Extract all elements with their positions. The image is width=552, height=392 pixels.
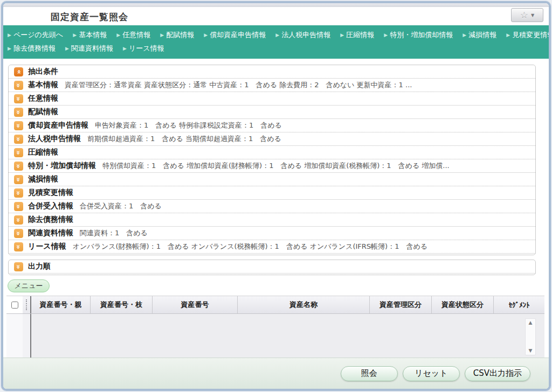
- nav-arrow-icon: ▶: [340, 32, 344, 38]
- section-lease-info[interactable]: » リース情報 オンバランス(財務帳簿)：1 含める オンバランス(税務帳簿)：…: [9, 240, 535, 254]
- nav-link-depreciable-asset-declaration[interactable]: ▶償却資産申告情報: [204, 28, 266, 41]
- section-label: 償却資産申告情報: [28, 121, 88, 130]
- scroll-up-icon[interactable]: ▲: [529, 320, 533, 325]
- scroll-down-icon[interactable]: ▼: [529, 348, 533, 353]
- section-label: 法人税申告情報: [28, 134, 81, 144]
- column-header-asset-status-class[interactable]: 資産状態区分: [432, 296, 494, 313]
- nav-link-label: リース情報: [129, 44, 164, 52]
- nav-link-lease-info[interactable]: ▶リース情報: [123, 41, 164, 55]
- nav-arrow-icon: ▶: [123, 46, 127, 51]
- section-estimate-change-info[interactable]: » 見積変更情報: [9, 186, 535, 200]
- nav-link-asset-retirement-obligation[interactable]: ▶除去債務情報: [8, 41, 56, 55]
- section-asset-retirement-obligation[interactable]: » 除去債務情報: [9, 213, 535, 227]
- section-impairment-info[interactable]: » 減損情報: [9, 173, 535, 186]
- nav-link-estimate-change-info[interactable]: ▶見積変更情報: [506, 28, 551, 41]
- section-corporate-tax-declaration[interactable]: » 法人税申告情報 前期償却超過資産：1 含める 当期償却超過資産：1 含める: [9, 132, 535, 146]
- nav-link-optional-info[interactable]: ▶任意情報: [116, 28, 150, 41]
- section-output-order[interactable]: » 出力順: [9, 260, 535, 274]
- chevron-down-icon: »: [14, 175, 23, 184]
- column-header-asset-mgmt-class[interactable]: 資産管理区分: [370, 296, 432, 313]
- section-label: 見積変更情報: [28, 188, 73, 198]
- column-header-asset-no-parent[interactable]: 資産番号・親: [31, 296, 91, 313]
- star-icon: ☆: [520, 11, 528, 20]
- chevron-down-icon: »: [14, 262, 23, 271]
- section-label: 抽出条件: [28, 67, 58, 76]
- nav-link-related-documents[interactable]: ▶関連資料情報: [65, 41, 113, 55]
- chevron-down-icon: »: [14, 121, 23, 130]
- window-frame-top: [3, 3, 549, 7]
- nav-link-compression-info[interactable]: ▶圧縮情報: [340, 28, 374, 41]
- section-related-documents[interactable]: » 関連資料情報 関連資料：1 含める: [9, 227, 535, 240]
- nav-link-label: 除去債務情報: [13, 44, 56, 52]
- section-label: 合併受入情報: [28, 201, 73, 211]
- section-compression-info[interactable]: » 圧縮情報: [9, 146, 535, 159]
- section-detail: 合併受入資産：1 含める: [80, 201, 162, 211]
- nav-arrow-icon: ▶: [8, 32, 11, 38]
- column-header-asset-name[interactable]: 資産名称: [238, 296, 370, 313]
- title-bar: 固定資産一覧照会 ☆ ▼: [3, 7, 549, 25]
- grid-frozen-divider: [23, 314, 31, 358]
- section-depreciable-asset-declaration[interactable]: » 償却資産申告情報 申告対象資産：1 含める 特例非課税設定資産：1 含める: [9, 119, 535, 132]
- chevron-down-icon: »: [14, 162, 23, 171]
- chevron-down-icon: »: [14, 242, 23, 251]
- output-order-panel: » 出力順: [8, 260, 536, 275]
- section-optional-info[interactable]: » 任意情報: [9, 92, 535, 106]
- vertical-scrollbar[interactable]: ▲ ▼: [525, 318, 536, 355]
- section-basic-info[interactable]: » 基本情報 資産管理区分：通常資産 資産状態区分：通常 中古資産：1 含める …: [9, 79, 535, 92]
- column-header-segment[interactable]: ｾｸﾞﾒﾝﾄ: [494, 296, 544, 313]
- page-title: 固定資産一覧照会: [51, 11, 128, 23]
- nav-arrow-icon: ▶: [160, 32, 164, 38]
- section-extract-conditions[interactable]: » 抽出条件: [9, 65, 535, 79]
- csv-output-button[interactable]: CSV出力指示: [465, 366, 530, 381]
- nav-link-page-top[interactable]: ▶ページの先頭へ: [8, 28, 63, 41]
- section-label: リース情報: [28, 242, 66, 251]
- column-header-asset-no-branch[interactable]: 資産番号・枝: [91, 296, 153, 313]
- nav-link-label: 圧縮情報: [346, 31, 374, 39]
- nav-link-corporate-tax-declaration[interactable]: ▶法人税申告情報: [275, 28, 330, 41]
- nav-arrow-icon: ▶: [506, 32, 510, 38]
- filter-conditions-panel: » 抽出条件 » 基本情報 資産管理区分：通常資産 資産状態区分：通常 中古資産…: [8, 65, 536, 255]
- chevron-down-icon: »: [14, 188, 23, 198]
- section-label: 任意情報: [28, 94, 58, 103]
- section-allocation-info[interactable]: » 配賦情報: [9, 106, 535, 119]
- nav-link-label: 法人税申告情報: [281, 31, 330, 39]
- chevron-down-icon: »: [14, 81, 23, 90]
- section-label: 減損情報: [28, 174, 58, 184]
- nav-link-label: 特別・増加償却情報: [390, 31, 453, 39]
- nav-link-special-increased-depreciation[interactable]: ▶特別・増加償却情報: [384, 28, 453, 41]
- grid-body-rows-area: ▲ ▼: [31, 314, 544, 358]
- section-detail: 特別償却資産：1 含める 増加償却資産(財務帳簿)：1 含める 増加償却資産(税…: [102, 161, 450, 171]
- nav-link-impairment-info[interactable]: ▶減損情報: [463, 28, 496, 41]
- section-label: 配賦情報: [28, 107, 58, 117]
- section-detail: 資産管理区分：通常資産 資産状態区分：通常 中古資産：1 含める 除去費用：2 …: [65, 80, 412, 90]
- nav-arrow-icon: ▶: [384, 32, 388, 38]
- nav-link-label: 見積変更情報: [512, 31, 551, 39]
- nav-arrow-icon: ▶: [65, 46, 69, 51]
- column-resize-grip[interactable]: [23, 296, 31, 313]
- favorite-button[interactable]: ☆ ▼: [511, 8, 543, 22]
- column-header-asset-no[interactable]: 資産番号: [153, 296, 238, 313]
- nav-link-label: 償却資産申告情報: [210, 31, 266, 39]
- nav-arrow-icon: ▶: [275, 32, 279, 38]
- chevron-down-icon: »: [14, 215, 23, 225]
- anchor-nav: ▶ページの先頭へ ▶基本情報 ▶任意情報 ▶配賦情報 ▶償却資産申告情報 ▶法人…: [3, 25, 549, 59]
- nav-link-basic-info[interactable]: ▶基本情報: [73, 28, 107, 41]
- chevron-up-icon: »: [14, 67, 23, 76]
- section-label: 圧縮情報: [28, 148, 58, 157]
- reset-button[interactable]: リセット: [403, 366, 460, 381]
- select-all-checkbox[interactable]: [11, 302, 18, 309]
- grip-icon: [26, 299, 27, 310]
- section-merger-transfer-info[interactable]: » 合併受入情報 合併受入資産：1 含める: [9, 200, 535, 213]
- main-content: » 抽出条件 » 基本情報 資産管理区分：通常資産 資産状態区分：通常 中古資産…: [3, 59, 549, 358]
- chevron-down-icon: »: [14, 148, 23, 157]
- grid-body: ▲ ▼: [6, 314, 544, 358]
- section-special-increased-depreciation[interactable]: » 特別・増加償却情報 特別償却資産：1 含める 増加償却資産(財務帳簿)：1 …: [9, 159, 535, 173]
- grid-header-row: 資産番号・親 資産番号・枝 資産番号 資産名称 資産管理区分 資産状態区分 ｾｸ…: [6, 296, 544, 314]
- section-detail: オンバランス(財務帳簿)：1 含める オンバランス(税務帳簿)：1 含める オン…: [73, 242, 427, 251]
- anchor-nav-row-2: ▶除去債務情報 ▶関連資料情報 ▶リース情報: [8, 41, 543, 55]
- nav-link-allocation-info[interactable]: ▶配賦情報: [160, 28, 194, 41]
- inquiry-button[interactable]: 照会: [341, 366, 398, 381]
- menu-button[interactable]: メニュー: [8, 279, 50, 292]
- app-window: 固定資産一覧照会 ☆ ▼ ▶ページの先頭へ ▶基本情報 ▶任意情報 ▶配賦情報 …: [1, 1, 551, 391]
- section-label: 関連資料情報: [28, 228, 73, 238]
